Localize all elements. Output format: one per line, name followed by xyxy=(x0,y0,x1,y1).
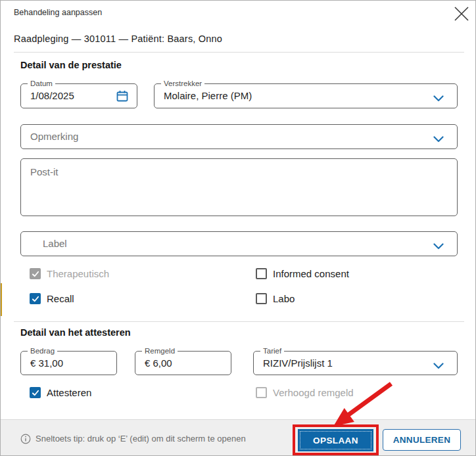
checkbox-recall[interactable]: Recall xyxy=(30,293,74,304)
provider-select[interactable]: Verstrekker Molaire, Pierre (PM) xyxy=(154,83,458,108)
remark-select[interactable]: Opmerking xyxy=(20,124,458,149)
calendar-icon[interactable] xyxy=(116,89,129,105)
chevron-down-icon[interactable] xyxy=(433,240,444,252)
checkbox-label: Recall xyxy=(47,293,74,304)
chevron-down-icon[interactable] xyxy=(433,93,444,104)
copay-field-value[interactable]: € 6,00 xyxy=(145,352,208,375)
checkbox-verhoogd-remgeld: Verhoogd remgeld xyxy=(256,387,354,398)
close-x-icon xyxy=(453,5,470,24)
checkbox-checked-icon xyxy=(30,268,41,279)
label-select-placeholder: Label xyxy=(43,232,435,256)
close-button[interactable] xyxy=(450,3,473,26)
checkbox-checked-icon[interactable] xyxy=(30,387,41,398)
checkbox-informed-consent[interactable]: Informed consent xyxy=(256,268,349,279)
header-divider xyxy=(14,52,464,53)
remark-select-placeholder: Opmerking xyxy=(30,125,435,148)
provider-select-value: Molaire, Pierre (PM) xyxy=(164,84,435,108)
tariff-select-value: RIZIV/Prijslijst 1 xyxy=(263,352,435,375)
section-heading-prestatie: Detail van de prestatie xyxy=(20,60,122,70)
checkbox-therapeutisch: Therapeutisch xyxy=(30,268,109,279)
checkbox-checked-icon[interactable] xyxy=(30,293,41,304)
checkbox-unchecked-icon[interactable] xyxy=(256,293,267,304)
postit-textarea[interactable]: Post-it xyxy=(20,158,458,216)
section-heading-attesteren: Detail van het attesteren xyxy=(20,327,131,338)
cancel-button[interactable]: ANNULEREN xyxy=(383,429,461,451)
copay-field[interactable]: Remgeld € 6,00 xyxy=(135,351,231,375)
postit-placeholder: Post-it xyxy=(30,166,59,177)
treatment-breadcrumb: Raadpleging — 301011 — Patiënt: Baars, O… xyxy=(14,34,222,44)
amount-field[interactable]: Bedrag € 31,00 xyxy=(20,351,117,375)
info-icon xyxy=(20,434,31,444)
checkbox-label: Labo xyxy=(273,293,295,304)
amount-field-value[interactable]: € 31,00 xyxy=(30,352,94,375)
save-button[interactable]: OPSLAAN xyxy=(298,429,373,451)
checkbox-unchecked-icon xyxy=(256,387,267,398)
shortcut-tip-text: Sneltoets tip: druk op ‘E’ (edit) om dit… xyxy=(36,434,246,444)
date-field[interactable]: Datum 1/08/2025 xyxy=(20,83,137,108)
checkbox-label: Therapeutisch xyxy=(47,268,109,279)
checkbox-unchecked-icon[interactable] xyxy=(256,268,267,279)
chevron-down-icon[interactable] xyxy=(433,133,444,145)
tariff-select[interactable]: Tarief RIZIV/Prijslijst 1 xyxy=(253,351,458,375)
checkbox-label: Attesteren xyxy=(47,387,91,398)
checkbox-labo[interactable]: Labo xyxy=(256,293,295,304)
background-window-sliver xyxy=(1,283,2,316)
edit-treatment-dialog: Behandeling aanpassen Raadpleging — 3010… xyxy=(0,0,476,456)
section-divider xyxy=(14,321,464,322)
checkbox-label: Verhoogd remgeld xyxy=(273,387,354,398)
checkbox-label: Informed consent xyxy=(273,268,349,279)
checkbox-attesteren[interactable]: Attesteren xyxy=(30,387,91,398)
date-field-value[interactable]: 1/08/2025 xyxy=(30,84,113,108)
dialog-title: Behandeling aanpassen xyxy=(14,8,102,17)
chevron-down-icon[interactable] xyxy=(433,360,444,372)
shortcut-tip: Sneltoets tip: druk op ‘E’ (edit) om dit… xyxy=(20,420,246,456)
label-select[interactable]: Label xyxy=(20,231,458,256)
